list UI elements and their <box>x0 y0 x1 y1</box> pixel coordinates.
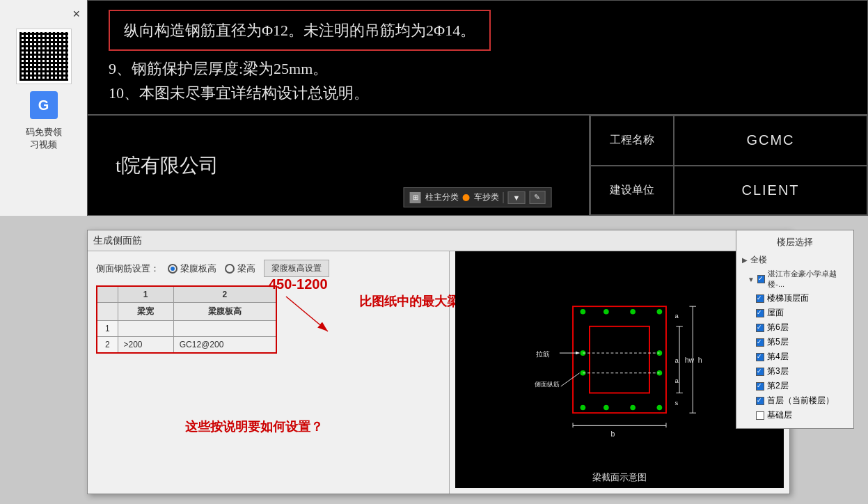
cad-text-line2: 9、钢筋保护层厚度:梁为25mm。 <box>109 56 491 81</box>
rebar-settings-table: 1 2 梁宽 梁腹板高 1 <box>96 285 277 354</box>
radio-label-2: 梁高 <box>237 262 255 275</box>
table-cell-row1-col2 <box>173 321 276 337</box>
checkbox-floor-1[interactable] <box>756 309 764 317</box>
floor-label-5: 第3层 <box>767 365 789 377</box>
checkbox-floor-4[interactable] <box>756 353 764 361</box>
radio-group-label: 侧面钢筋设置： <box>96 262 159 275</box>
floor-item-0[interactable]: 楼梯顶层面 <box>742 291 848 306</box>
floor-item-project[interactable]: ▼ 湛江市金豪小学卓越楼-... <box>742 267 848 291</box>
floor-item-3[interactable]: 第5层 <box>742 335 848 349</box>
floor-item-4[interactable]: 第4层 <box>742 349 848 364</box>
client-value: CLIENT <box>674 166 867 216</box>
table-beam-width-header: 梁宽 <box>118 303 173 321</box>
project-name-label: 工程名称 <box>590 116 674 166</box>
table-cell-row2-num: 2 <box>97 337 118 354</box>
dialog-title: 生成侧面筋 <box>93 235 142 247</box>
toolbar-edit[interactable]: ✎ <box>529 191 545 204</box>
toolbar-divider <box>503 192 504 203</box>
toolbar-label1: 柱主分类 <box>425 191 459 203</box>
floor-tree: ▶ 全楼 ▼ 湛江市金豪小学卓越楼-... <box>742 253 848 291</box>
checkbox-floor-6[interactable] <box>756 382 764 391</box>
radio-option-2[interactable]: 梁高 <box>225 262 255 275</box>
svg-text:a: a <box>674 377 679 384</box>
svg-point-6 <box>630 309 636 315</box>
annotation-arrow-svg <box>279 290 363 338</box>
checkbox-floor-2[interactable] <box>756 324 764 332</box>
cad-text-line3: 10、本图未尽事宜详结构设计总说明。 <box>109 81 491 105</box>
cad-toolbar: ⊞ 柱主分类 车抄类 ▼ ✎ <box>404 187 552 207</box>
radio-circle-1 <box>168 264 177 274</box>
close-sidebar-button[interactable]: × <box>72 7 80 22</box>
qr-code <box>16 29 72 84</box>
table-header-row-num <box>97 286 118 303</box>
beam-height-setting-button[interactable]: 梁腹板高设置 <box>264 260 329 277</box>
radio-label-1: 梁腹板高 <box>180 262 216 275</box>
floor-item-1[interactable]: 屋面 <box>742 306 848 320</box>
orange-dot-icon <box>463 194 470 201</box>
table-cell-row1-col1 <box>118 321 173 337</box>
svg-text:拉筋: 拉筋 <box>536 350 550 358</box>
svg-point-11 <box>657 405 663 411</box>
floor-item-7[interactable]: 首层（当前楼层） <box>742 393 848 408</box>
floor-item-6[interactable]: 第2层 <box>742 379 848 393</box>
floor-label-1: 屋面 <box>767 307 784 319</box>
beam-diagram: hw h a a a s <box>455 251 784 488</box>
svg-point-4 <box>581 309 586 315</box>
svg-point-5 <box>603 309 609 315</box>
svg-rect-2 <box>573 306 666 413</box>
svg-text:b: b <box>611 430 615 438</box>
radio-option-1[interactable]: 梁腹板高 <box>168 262 216 275</box>
floor-label-2: 第6层 <box>767 322 789 333</box>
svg-point-7 <box>657 309 663 315</box>
bottom-area: 生成侧面筋 ─ □ × 侧面钢筋设置： 梁腹板高 梁 <box>0 216 868 504</box>
floor-label-project: 湛江市金豪小学卓越楼-... <box>768 269 848 290</box>
svg-point-9 <box>603 405 609 411</box>
checkbox-floor-7[interactable] <box>756 397 764 405</box>
svg-text:a: a <box>674 356 679 364</box>
checkbox-floor-8[interactable] <box>756 411 764 420</box>
generate-side-rebar-dialog: 生成侧面筋 ─ □ × 侧面钢筋设置： 梁腹板高 梁 <box>87 230 790 494</box>
svg-line-38 <box>561 373 580 386</box>
title-right-panel: 工程名称 GCMC 建设单位 CLIENT <box>590 115 868 216</box>
svg-text:s: s <box>674 399 678 407</box>
radio-group: 侧面钢筋设置： 梁腹板高 梁高 梁腹板高设置 <box>96 260 441 277</box>
dialog-content: 侧面钢筋设置： 梁腹板高 梁高 梁腹板高设置 <box>88 251 789 494</box>
cad-text-line1: 纵向构造钢筋直径为Φ12。未注明的吊筋均为2Φ14。 <box>124 18 475 42</box>
checkbox-floor-3[interactable] <box>756 338 764 347</box>
checkbox-floor-0[interactable] <box>756 294 764 303</box>
floor-item-2[interactable]: 第6层 <box>742 320 848 335</box>
grid-icon: ⊞ <box>410 192 421 203</box>
checkbox-floor-5[interactable] <box>756 368 764 376</box>
title-left-panel: t院有限公司 ⊞ 柱主分类 车抄类 ▼ ✎ <box>87 115 590 216</box>
table-row-2: 2 >200 GC12@200 <box>97 337 276 354</box>
qr-pattern <box>19 32 68 81</box>
svg-line-1 <box>286 297 328 331</box>
dialog-titlebar: 生成侧面筋 ─ □ × <box>88 230 789 251</box>
left-sidebar: × G 码免费领 习视频 <box>0 0 87 216</box>
svg-point-8 <box>581 405 586 411</box>
expand-icon-project: ▼ <box>748 276 755 283</box>
table-row-1: 1 <box>97 321 276 337</box>
floor-selection-panel: 楼层选择 ▶ 全楼 ▼ 湛江市金豪小学卓越楼-... 楼梯顶层面屋面第6层第5层… <box>736 230 854 429</box>
svg-text:a: a <box>674 312 679 320</box>
table-beam-height-header: 梁腹板高 <box>173 303 276 321</box>
floor-item-8[interactable]: 基础层 <box>742 408 848 423</box>
toolbar-dropdown[interactable]: ▼ <box>508 191 526 204</box>
svg-point-10 <box>630 405 636 411</box>
floor-label-7: 首层（当前楼层） <box>767 395 834 407</box>
cad-top-area: 纵向构造钢筋直径为Φ12。未注明的吊筋均为2Φ14。 9、钢筋保护层厚度:梁为2… <box>87 0 868 115</box>
floor-label-all: 全楼 <box>750 254 767 266</box>
table-cell-row1-num: 1 <box>97 321 118 337</box>
radio-circle-2 <box>225 264 235 274</box>
floor-item-all[interactable]: ▶ 全楼 <box>742 253 848 267</box>
floor-panel-title: 楼层选择 <box>742 236 848 249</box>
project-name-value: GCMC <box>674 116 867 166</box>
floor-label-6: 第2层 <box>767 380 789 392</box>
table-col-1-header: 1 <box>118 286 173 303</box>
floor-item-5[interactable]: 第3层 <box>742 364 848 379</box>
client-label: 建设单位 <box>590 166 674 216</box>
cad-red-border-text: 纵向构造钢筋直径为Φ12。未注明的吊筋均为2Φ14。 <box>109 10 491 51</box>
svg-text:侧面纵筋: 侧面纵筋 <box>535 381 560 388</box>
checkbox-project[interactable] <box>757 275 765 283</box>
floor-label-0: 楼梯顶层面 <box>767 292 809 304</box>
